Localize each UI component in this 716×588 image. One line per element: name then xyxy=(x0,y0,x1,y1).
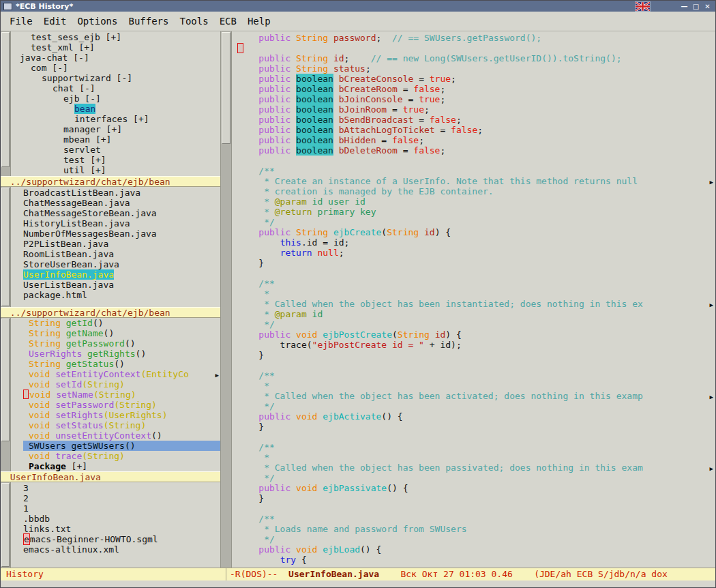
method-item[interactable]: void setId(String) xyxy=(23,379,220,389)
method-item[interactable]: void setEntityContext(EntityCo▶ xyxy=(23,369,220,379)
method-item[interactable]: void setPassword(String) xyxy=(23,400,220,410)
method-item[interactable]: void unsetEntityContext() xyxy=(23,430,220,441)
tree-item[interactable]: test_xml [+] xyxy=(20,42,220,53)
code-line[interactable]: */ xyxy=(237,534,715,544)
editor-scrollbar[interactable] xyxy=(220,31,232,568)
code-line[interactable]: * creation is managed by the EJB contain… xyxy=(237,186,715,196)
tree-item[interactable]: ejb [-] xyxy=(20,93,220,104)
tree-item[interactable]: bean xyxy=(20,104,220,114)
code-line[interactable]: public boolean bCreateRoom = false; xyxy=(237,84,715,94)
scrollbar-thumb[interactable] xyxy=(1,188,10,306)
source-file-item[interactable]: ChatMessageStoreBean.java xyxy=(23,208,220,218)
menu-item-options[interactable]: Options xyxy=(72,14,123,29)
code-line[interactable]: } xyxy=(237,422,715,432)
menu-item-buffers[interactable]: Buffers xyxy=(123,14,174,29)
menu-item-edit[interactable]: Edit xyxy=(38,14,72,29)
code-line[interactable]: * Loads name and password from SWUsers xyxy=(237,524,715,534)
source-file-item[interactable]: BroadcastListBean.java xyxy=(23,188,220,198)
code-line[interactable] xyxy=(237,432,715,442)
code-line[interactable]: } xyxy=(237,493,715,503)
code-line[interactable]: public boolean bHidden = false; xyxy=(237,135,715,145)
minibuffer-echo-area[interactable] xyxy=(1,580,715,587)
code-line[interactable] xyxy=(237,503,715,514)
code-line[interactable]: public boolean bCreateConsole = true; xyxy=(237,74,715,84)
code-line[interactable]: */ xyxy=(237,217,715,227)
code-line[interactable]: * @param id xyxy=(237,309,715,319)
code-line[interactable]: public void ejbActivate() { xyxy=(237,411,715,422)
source-file-item[interactable]: package.html xyxy=(23,290,220,300)
scrollbar-thumb[interactable] xyxy=(1,32,10,167)
code-line[interactable]: * @return primary key xyxy=(237,207,715,217)
tree-item[interactable]: servlet xyxy=(20,145,220,155)
source-file-item[interactable]: UserInfoBean.java xyxy=(23,269,220,280)
sources-scrollbar[interactable] xyxy=(1,187,11,307)
method-item[interactable]: String getName() xyxy=(23,328,220,338)
code-line[interactable]: public String ejbCreate(String id) { xyxy=(237,227,715,237)
code-line[interactable] xyxy=(237,360,715,370)
code-line[interactable]: * Called when the object has been instan… xyxy=(237,299,715,309)
tree-item[interactable]: supportwizard [-] xyxy=(20,73,220,83)
uk-flag-keyboard-layout-icon[interactable] xyxy=(635,1,651,12)
code-line[interactable]: public boolean bJoinRoom = true; xyxy=(237,104,715,115)
tree-item[interactable]: test_sess_ejb [+] xyxy=(20,32,220,42)
code-line[interactable]: try { xyxy=(237,555,715,565)
tree-item[interactable]: test [+] xyxy=(20,155,220,165)
source-file-item[interactable]: UserListBean.java xyxy=(23,280,220,290)
method-item[interactable]: void setName(String) xyxy=(23,389,220,400)
source-file-item[interactable]: HistoryListBean.java xyxy=(23,218,220,229)
code-line[interactable]: * Create an instance of a UserInfo. Note… xyxy=(237,176,715,186)
history-scrollbar[interactable] xyxy=(1,482,11,568)
code-line[interactable]: * xyxy=(237,289,715,299)
method-item[interactable]: String getPassword() xyxy=(23,338,220,349)
method-item[interactable]: Package [+] xyxy=(23,461,220,471)
code-line[interactable]: /** xyxy=(237,278,715,289)
code-line[interactable]: public boolean bSendBroadcast = false; xyxy=(237,115,715,125)
source-file-item[interactable]: RoomListBean.java xyxy=(23,249,220,259)
scrollbar-thumb[interactable] xyxy=(1,319,10,441)
code-line[interactable]: */ xyxy=(237,473,715,483)
code-line[interactable]: public boolean bJoinConsole = true; xyxy=(237,94,715,104)
code-line[interactable]: public boolean bAttachLogToTicket = fals… xyxy=(237,125,715,135)
tree-item[interactable]: util [+] xyxy=(20,165,220,175)
menu-item-help[interactable]: Help xyxy=(242,14,276,29)
tree-item[interactable]: chat [-] xyxy=(20,83,220,93)
menu-item-tools[interactable]: Tools xyxy=(174,14,213,29)
code-line[interactable]: */ xyxy=(237,401,715,411)
history-item[interactable]: emacs-Beginner-HOWTO.sgml xyxy=(23,534,220,544)
code-line[interactable]: public String id; // == new Long(SWUsers… xyxy=(237,53,715,63)
code-line[interactable]: public String password; // == SWUsers.ge… xyxy=(237,33,715,43)
code-line[interactable]: } xyxy=(237,258,715,268)
code-line[interactable]: /** xyxy=(237,514,715,524)
history-item[interactable]: 1 xyxy=(23,503,220,514)
scrollbar-thumb[interactable] xyxy=(222,32,230,144)
method-item[interactable]: SWUsers getSWUsers() xyxy=(23,441,220,451)
source-file-item[interactable]: NumberOfMessagesBean.java xyxy=(23,229,220,239)
code-line[interactable]: public void ejbPassivate() { xyxy=(237,483,715,493)
close-button[interactable]: ✕ xyxy=(702,3,713,10)
history-item[interactable]: emacs-altlinux.xml xyxy=(23,544,220,555)
code-line[interactable]: * Called when the object has been passiv… xyxy=(237,462,715,473)
code-line[interactable]: } xyxy=(237,350,715,360)
source-file-item[interactable]: StoreUserBean.java xyxy=(23,259,220,269)
method-item[interactable]: void setStatus(String) xyxy=(23,420,220,430)
minimize-button[interactable]: — xyxy=(679,3,689,10)
code-line[interactable]: public boolean bDeleteRoom = false; xyxy=(237,145,715,156)
code-line[interactable]: return null; xyxy=(237,248,715,258)
source-file-item[interactable]: P2PListBean.java xyxy=(23,239,220,249)
code-line[interactable]: /** xyxy=(237,442,715,452)
code-line[interactable]: trace("ejbPostCreate id = " + id); xyxy=(237,340,715,350)
code-line[interactable]: public void ejbLoad() { xyxy=(237,544,715,555)
code-line[interactable]: /** xyxy=(237,166,715,176)
history-item[interactable]: 3 xyxy=(23,483,220,493)
method-item[interactable]: UserRights getRights() xyxy=(23,349,220,359)
menu-item-ecb[interactable]: ECB xyxy=(214,14,242,29)
tree-item[interactable]: mbean [+] xyxy=(20,134,220,145)
maximize-button[interactable]: □ xyxy=(691,3,701,10)
code-line[interactable]: * xyxy=(237,381,715,391)
history-item[interactable]: links.txt xyxy=(23,524,220,534)
code-line[interactable]: public void ejbPostCreate(String id) { xyxy=(237,329,715,340)
code-line[interactable]: /** xyxy=(237,370,715,381)
code-line[interactable]: this.id = id; xyxy=(237,237,715,248)
tree-item[interactable]: interfaces [+] xyxy=(20,114,220,124)
code-line[interactable] xyxy=(237,268,715,278)
